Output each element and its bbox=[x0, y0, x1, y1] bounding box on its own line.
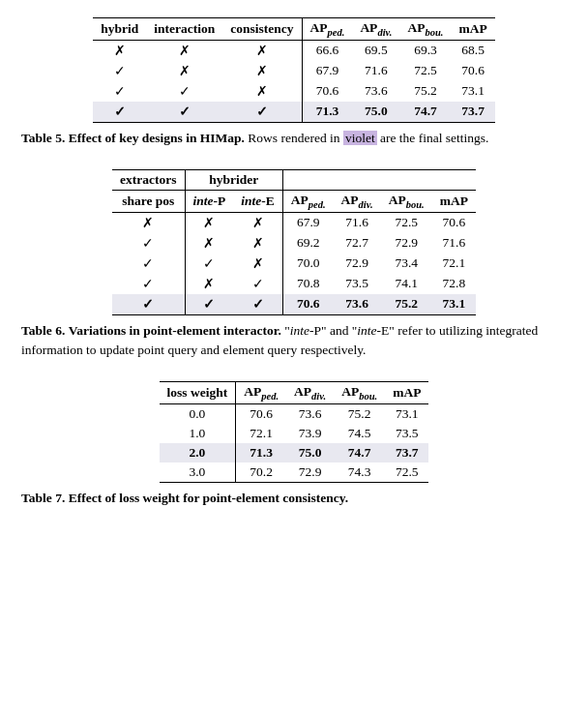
col-interaction: interaction bbox=[146, 18, 222, 41]
table-row: 3.0 70.2 72.9 74.3 72.5 bbox=[160, 462, 429, 483]
table6: extractors hybrider share pos inte-P int… bbox=[112, 169, 476, 315]
table-row: ✗ ✗ ✗ 66.6 69.5 69.3 68.5 bbox=[93, 40, 494, 61]
table7-header: loss weight APped. APdiv. APbou. mAP bbox=[160, 382, 429, 404]
table7-caption: Table 7. Effect of loss weight for point… bbox=[21, 489, 567, 508]
table7-wrapper: loss weight APped. APdiv. APbou. mAP 0.0… bbox=[21, 381, 567, 508]
col-hybrid: hybrid bbox=[93, 18, 146, 41]
table6-header1: extractors hybrider bbox=[112, 169, 476, 190]
table-row: ✓ ✗ ✗ 67.9 71.6 72.5 70.6 bbox=[93, 61, 494, 81]
col-consistency: consistency bbox=[222, 18, 302, 41]
table5: hybrid interaction consistency APped. AP… bbox=[93, 17, 494, 123]
table-row: ✓ ✓ ✗ 70.0 72.9 73.4 72.1 bbox=[112, 254, 476, 274]
table5-caption: Table 5. Effect of key designs in HIMap.… bbox=[21, 129, 567, 148]
table-row-highlight: ✓ ✓ ✓ 70.6 73.6 75.2 73.1 bbox=[112, 294, 476, 315]
table-row-highlight: 2.0 71.3 75.0 74.7 73.7 bbox=[160, 443, 429, 462]
table-row: 0.0 70.6 73.6 75.2 73.1 bbox=[160, 403, 429, 424]
col-ap-div: APdiv. bbox=[352, 18, 399, 41]
table-row: ✓ ✗ ✗ 69.2 72.7 72.9 71.6 bbox=[112, 233, 476, 254]
table5-wrapper: hybrid interaction consistency APped. AP… bbox=[21, 17, 567, 148]
table-row: 1.0 72.1 73.9 74.5 73.5 bbox=[160, 424, 429, 443]
col-ap-bou: APbou. bbox=[399, 18, 451, 41]
table6-header2: share pos inte-P inte-E APped. APdiv. AP… bbox=[112, 190, 476, 212]
table-row: ✓ ✓ ✗ 70.6 73.6 75.2 73.1 bbox=[93, 81, 494, 102]
col-ap-ped: APped. bbox=[302, 18, 352, 41]
table7: loss weight APped. APdiv. APbou. mAP 0.0… bbox=[160, 381, 429, 483]
table6-caption: Table 6. Variations in point-element int… bbox=[21, 321, 567, 361]
table6-wrapper: extractors hybrider share pos inte-P int… bbox=[21, 169, 567, 360]
table-row-highlight: ✓ ✓ ✓ 71.3 75.0 74.7 73.7 bbox=[93, 102, 494, 123]
table-row: ✗ ✗ ✗ 67.9 71.6 72.5 70.6 bbox=[112, 212, 476, 233]
col-map: mAP bbox=[451, 18, 494, 41]
table-row: ✓ ✗ ✓ 70.8 73.5 74.1 72.8 bbox=[112, 274, 476, 294]
violet-highlight: violet bbox=[343, 131, 377, 145]
